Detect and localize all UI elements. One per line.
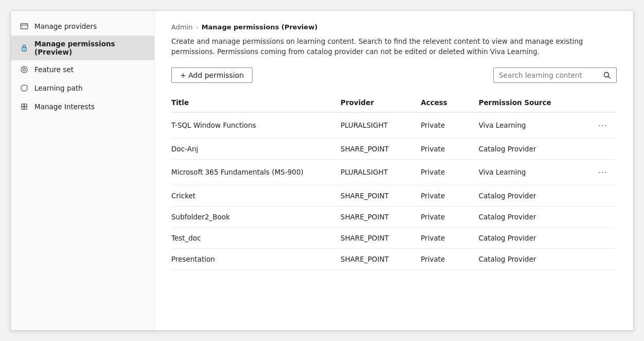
toolbar: + Add permission <box>171 67 617 83</box>
cell-title: Cricket <box>171 185 341 206</box>
breadcrumb-separator: › <box>195 23 198 31</box>
feature-icon <box>19 64 29 75</box>
sidebar-item-manage-providers[interactable]: Manage providers <box>11 17 154 36</box>
cell-access: Private <box>421 112 479 139</box>
table-row: Cricket SHARE_POINT Private Catalog Prov… <box>171 185 617 206</box>
app-window: Manage providers Manage permissions (Pre… <box>10 10 634 331</box>
add-permission-button[interactable]: + Add permission <box>171 67 253 83</box>
cell-provider: SHARE_POINT <box>341 248 421 269</box>
cell-access: Private <box>421 227 479 248</box>
svg-point-3 <box>24 49 25 50</box>
cell-title: T-SQL Window Functions <box>171 112 341 139</box>
permissions-table: Title Provider Access Permission Source … <box>171 93 617 270</box>
sidebar-label-manage-permissions: Manage permissions (Preview) <box>34 40 146 56</box>
provider-icon <box>19 21 29 31</box>
cell-action <box>577 185 617 206</box>
cell-source: Viva Learning <box>479 159 577 185</box>
cell-access: Private <box>421 159 479 185</box>
cell-source: Catalog Provider <box>479 185 577 206</box>
table-row: Presentation SHARE_POINT Private Catalog… <box>171 248 617 269</box>
table-row: Subfolder2_Book SHARE_POINT Private Cata… <box>171 206 617 227</box>
sidebar: Manage providers Manage permissions (Pre… <box>11 11 155 330</box>
cell-action <box>577 206 617 227</box>
permissions-table-container: Title Provider Access Permission Source … <box>171 93 617 270</box>
cell-title: Doc-Anj <box>171 138 341 159</box>
cell-action <box>577 138 617 159</box>
cell-source: Catalog Provider <box>479 138 577 159</box>
table-row: Test_doc SHARE_POINT Private Catalog Pro… <box>171 227 617 248</box>
sidebar-item-learning-path[interactable]: Learning path <box>11 79 154 97</box>
cell-provider: PLURALSIGHT <box>341 112 421 139</box>
table-header: Title Provider Access Permission Source <box>171 93 617 112</box>
search-input[interactable] <box>494 68 598 82</box>
search-icon <box>603 71 611 79</box>
cell-title: Subfolder2_Book <box>171 206 341 227</box>
table-body: T-SQL Window Functions PLURALSIGHT Priva… <box>171 112 617 270</box>
cell-access: Private <box>421 248 479 269</box>
cell-action: ··· <box>577 112 617 139</box>
table-row: T-SQL Window Functions PLURALSIGHT Priva… <box>171 112 617 139</box>
breadcrumb-current: Manage permissions (Preview) <box>202 23 318 31</box>
search-button[interactable] <box>598 68 616 82</box>
svg-line-7 <box>609 76 611 78</box>
cell-action <box>577 248 617 269</box>
cell-provider: SHARE_POINT <box>341 138 421 159</box>
cell-provider: PLURALSIGHT <box>341 159 421 185</box>
main-area: Admin › Manage permissions (Preview) Cre… <box>155 11 633 330</box>
sidebar-label-manage-interests: Manage Interests <box>34 103 95 111</box>
svg-point-1 <box>22 27 23 28</box>
table-row: Doc-Anj SHARE_POINT Private Catalog Prov… <box>171 138 617 159</box>
svg-point-4 <box>21 66 27 73</box>
cell-action: ··· <box>577 159 617 185</box>
table-row: Microsoft 365 Fundamentals (MS-900) PLUR… <box>171 159 617 185</box>
cell-access: Private <box>421 185 479 206</box>
cell-source: Viva Learning <box>479 112 577 139</box>
cell-action <box>577 227 617 248</box>
col-header-source: Permission Source <box>479 93 577 112</box>
sidebar-label-feature-set: Feature set <box>34 65 74 74</box>
svg-rect-0 <box>21 24 28 29</box>
sidebar-item-feature-set[interactable]: Feature set <box>11 60 154 79</box>
learning-icon <box>19 83 29 93</box>
interests-icon <box>19 101 29 112</box>
cell-source: Catalog Provider <box>479 206 577 227</box>
cell-title: Test_doc <box>171 227 341 248</box>
cell-source: Catalog Provider <box>479 248 577 269</box>
cell-title: Microsoft 365 Fundamentals (MS-900) <box>171 159 341 185</box>
cell-provider: SHARE_POINT <box>341 206 421 227</box>
cell-access: Private <box>421 206 479 227</box>
breadcrumb: Admin › Manage permissions (Preview) <box>171 23 617 31</box>
main-content: Admin › Manage permissions (Preview) Cre… <box>155 11 633 330</box>
sidebar-label-learning-path: Learning path <box>34 84 83 92</box>
row-more-button[interactable]: ··· <box>595 166 611 179</box>
cell-title: Presentation <box>171 248 341 269</box>
cell-access: Private <box>421 138 479 159</box>
svg-point-5 <box>23 69 26 71</box>
breadcrumb-parent[interactable]: Admin <box>171 23 192 31</box>
cell-source: Catalog Provider <box>479 227 577 248</box>
page-description: Create and manage permissions on learnin… <box>171 36 614 57</box>
col-header-action <box>577 93 617 112</box>
row-more-button[interactable]: ··· <box>595 119 611 132</box>
search-box <box>493 67 617 83</box>
cell-provider: SHARE_POINT <box>341 227 421 248</box>
sidebar-item-manage-interests[interactable]: Manage Interests <box>11 97 154 116</box>
cell-provider: SHARE_POINT <box>341 185 421 206</box>
col-header-provider: Provider <box>341 93 421 112</box>
col-header-title: Title <box>171 93 341 112</box>
col-header-access: Access <box>421 93 479 112</box>
sidebar-item-manage-permissions[interactable]: Manage permissions (Preview) <box>11 36 154 60</box>
sidebar-label-manage-providers: Manage providers <box>34 22 97 30</box>
permissions-icon <box>19 43 29 53</box>
